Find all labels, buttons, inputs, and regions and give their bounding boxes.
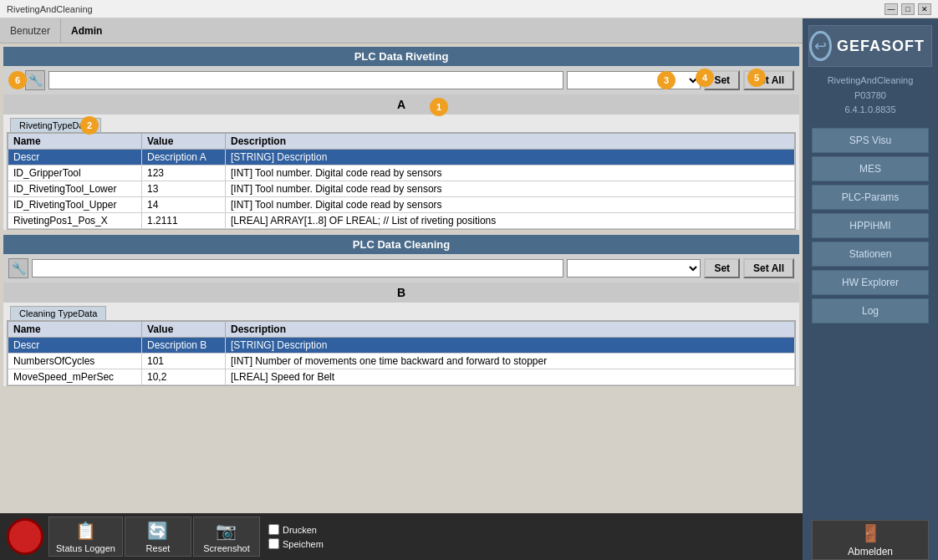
cell-description: [LREAL] ARRAY[1..8] OF LREAL; // List of… [226,213,795,229]
sidebar-btn-hw-explorer[interactable]: HW Explorer [812,270,929,295]
minimize-button[interactable]: — [884,3,898,15]
project: P03780 [828,89,914,104]
cell-value: 13 [142,181,226,197]
admin-value: Admin [61,25,112,37]
badge-4: 4 [696,69,714,87]
riveting-label-row: A 1 [3,94,799,115]
cell-name: Descr [8,150,142,165]
cleaning-wrench-button[interactable]: 🔧 [8,258,28,278]
cell-name: ID_RivetingTool_Lower [8,181,142,197]
cell-name: ID_RivetingTool_Upper [8,197,142,213]
drucken-item[interactable]: Drucken [268,524,324,535]
gefasoft-icon: ↩ [809,31,832,61]
status-indicator [7,518,43,555]
table-row[interactable]: DescrDescription A[STRING] Description [8,150,795,165]
screenshot-label: Screenshot [203,543,250,553]
left-content: Benutzer Admin PLC Data Riveting 6 🔧 3 4… [0,18,803,560]
cleaning-input[interactable] [32,259,563,277]
title-bar: RivetingAndCleaning — □ ✕ [0,0,938,18]
abmelden-icon: 🚪 [860,523,881,543]
status-loggen-button[interactable]: 📋 Status Loggen [48,517,123,557]
table-row[interactable]: NumbersOfCycles101[INT] Number of moveme… [8,354,795,369]
riveting-dropdown[interactable] [567,71,701,89]
reset-label: Reset [146,543,171,553]
cell-value: Description A [142,150,226,165]
cleaning-section: PLC Data Cleaning 🔧 Set Set All B Cleani… [3,235,799,386]
col-description-c: Description [226,322,795,338]
sidebar-btn-hppihmi[interactable]: HPPiHMI [812,213,929,238]
close-button[interactable]: ✕ [918,3,931,15]
cell-description: [INT] Tool number. Digital code read by … [226,165,795,181]
sidebar-btn-plc-params[interactable]: PLC-Params [812,185,929,210]
bottom-bar: 📋 Status Loggen 🔄 Reset 📷 Screenshot Dru… [0,513,803,560]
maximize-button[interactable]: □ [901,3,915,15]
reset-icon: 🔄 [147,521,168,541]
header-bar: Benutzer Admin [0,18,803,43]
cell-name: Descr [8,338,142,354]
col-name: Name [8,134,142,150]
cell-description: [INT] Tool number. Digital code read by … [226,197,795,213]
benutzer-label: Benutzer [0,18,61,43]
cleaning-table-container[interactable]: Name Value Description DescrDescription … [7,320,796,386]
col-value: Value [142,134,226,150]
riveting-input[interactable] [48,71,563,89]
cell-value: 14 [142,197,226,213]
abmelden-button[interactable]: 🚪 Abmelden [812,520,929,560]
sidebar-btn-stationen[interactable]: Stationen [812,242,929,267]
main-layout: Benutzer Admin PLC Data Riveting 6 🔧 3 4… [0,18,938,560]
app-info: RivetingAndCleaning P03780 6.4.1.0.8835 [828,74,914,118]
cell-description: [INT] Number of movements one time backw… [226,354,795,369]
screenshot-icon: 📷 [216,521,237,541]
cell-description: [LREAL] Speed for Belt [226,369,795,385]
cell-description: [STRING] Description [226,338,795,354]
badge-1: 1 [430,98,448,116]
speichern-item[interactable]: Speichem [268,538,324,549]
status-loggen-label: Status Loggen [56,543,115,553]
riveting-label-a: A [397,98,405,111]
reset-button[interactable]: 🔄 Reset [125,517,191,557]
cell-value: 1.2111 [142,213,226,229]
cell-name: MoveSpeed_mPerSec [8,369,142,385]
table-row[interactable]: ID_RivetingTool_Lower13[INT] Tool number… [8,181,795,197]
cleaning-set-all-button[interactable]: Set All [743,258,794,278]
wrench-button[interactable]: 🔧 [25,70,45,90]
abmelden-label: Abmelden [848,546,893,557]
gefasoft-logo: ↩ GEFASOFT [808,25,932,67]
riveting-title: PLC Data Riveting [3,47,799,66]
riveting-table-container[interactable]: Name Value Description DescrDescription … [7,132,796,230]
cleaning-table: Name Value Description DescrDescription … [8,321,795,385]
window-controls: — □ ✕ [884,3,931,15]
cleaning-set-button[interactable]: Set [704,258,740,278]
checkbox-group: Drucken Speichem [268,524,324,549]
table-row[interactable]: ID_GripperTool123[INT] Tool number. Digi… [8,165,795,181]
sidebar-btn-log[interactable]: Log [812,298,929,323]
sidebar-btn-sps-visu[interactable]: SPS Visu [812,128,929,153]
cleaning-dropdown[interactable] [567,259,701,277]
table-row[interactable]: DescrDescription B[STRING] Description [8,338,795,354]
cell-value: 10,2 [142,369,226,385]
cell-name: NumbersOfCycles [8,354,142,369]
cleaning-toolbar: 🔧 Set Set All [3,254,799,283]
cell-value: Description B [142,338,226,354]
drucken-checkbox[interactable] [268,524,279,535]
speichern-checkbox[interactable] [268,538,279,549]
cell-description: [INT] Tool number. Digital code read by … [226,181,795,197]
table-row[interactable]: RivetingPos1_Pos_X1.2111[LREAL] ARRAY[1.… [8,213,795,229]
cell-value: 101 [142,354,226,369]
col-value-c: Value [142,322,226,338]
screenshot-button[interactable]: 📷 Screenshot [193,517,260,557]
riveting-table: Name Value Description DescrDescription … [8,133,795,229]
app-title: RivetingAndCleaning [7,4,93,14]
cell-name: ID_GripperTool [8,165,142,181]
cleaning-title: PLC Data Cleaning [3,235,799,254]
badge-2: 2 [80,116,99,135]
user-section: Benutzer Admin [0,18,112,43]
version: 6.4.1.0.8835 [828,103,914,118]
cleaning-label-b: B [397,286,405,299]
table-row[interactable]: MoveSpeed_mPerSec10,2[LREAL] Speed for B… [8,369,795,385]
status-loggen-icon: 📋 [75,521,96,541]
table-row[interactable]: ID_RivetingTool_Upper14[INT] Tool number… [8,197,795,213]
cleaning-type-data-tab[interactable]: Cleaning TypeData [10,306,106,320]
badge-6: 6 [8,71,27,89]
sidebar-btn-mes[interactable]: MES [812,156,929,181]
